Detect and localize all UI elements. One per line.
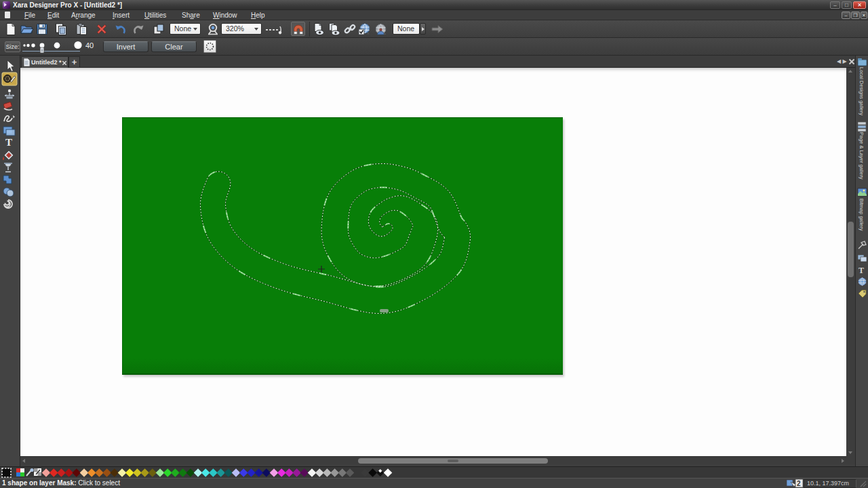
svg-text:T: T (5, 137, 12, 148)
svg-text:T: T (859, 266, 864, 275)
svg-text:2: 2 (797, 480, 801, 487)
